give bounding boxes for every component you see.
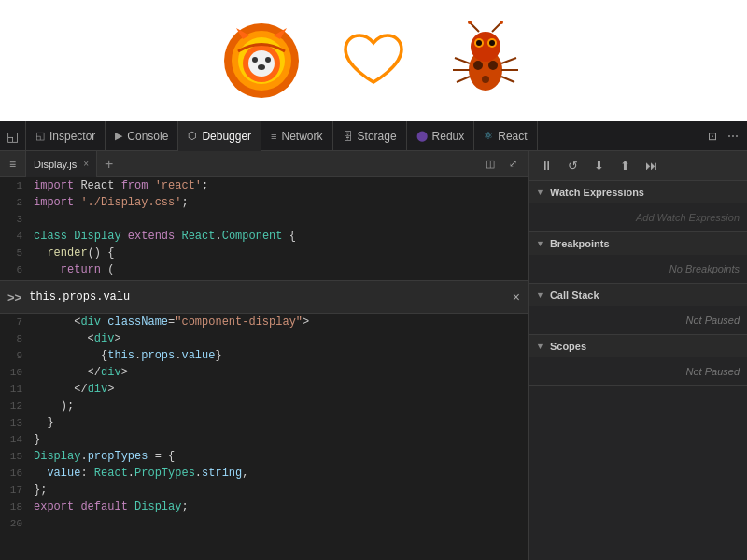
svg-point-22 — [468, 21, 472, 24]
breakpoints-arrow-icon: ▼ — [536, 239, 544, 248]
code-line-3: 3 — [0, 211, 528, 228]
step-out-button[interactable]: ⬆ — [614, 156, 635, 176]
code-line-5: 5 render() { — [0, 245, 528, 261]
right-panel: ⏸ ↺ ⬇ ⬆ ⏭ ▼ Watch Expressions Add Watch … — [529, 151, 747, 560]
sidebar-toggle-icon[interactable]: ≡ — [0, 151, 26, 177]
code-line-14: 14 } — [0, 431, 528, 448]
tab-network[interactable]: ≡ Network — [261, 121, 332, 151]
code-line-6: 6 return ( — [0, 261, 528, 278]
call-stack-label: Call Stack — [550, 289, 599, 301]
file-name: Display.js — [34, 159, 77, 170]
tab-console[interactable]: ▶ Console — [106, 121, 178, 151]
svg-line-29 — [501, 77, 514, 82]
scopes-body: Not Paused — [529, 357, 747, 385]
tab-redux[interactable]: ⬤ Redux — [407, 121, 475, 151]
code-line-4: 4 class Display extends React.Component … — [0, 228, 528, 245]
watch-expressions-header[interactable]: ▼ Watch Expressions — [529, 181, 747, 203]
code-line-18: 18 export default Display; — [0, 498, 528, 515]
bug-icon — [444, 19, 528, 103]
svg-point-23 — [500, 21, 503, 24]
code-line-17: 17 }; — [0, 482, 528, 498]
toolbar-right: ⊡ ⋯ — [698, 126, 747, 147]
watch-expressions-body: Add Watch Expression — [529, 203, 747, 231]
code-line-16: 16 value: React.PropTypes.string, — [0, 465, 528, 482]
breakpoints-body: No Breakpoints — [529, 255, 747, 283]
main-content: ≡ Display.js × + ◫ ⤢ 1 import React from… — [0, 151, 747, 560]
call-stack-placeholder: Not Paused — [686, 315, 740, 326]
eval-bar[interactable]: >> × — [0, 280, 528, 314]
scopes-placeholder: Not Paused — [686, 366, 740, 377]
watch-expressions-section: ▼ Watch Expressions Add Watch Expression — [529, 181, 747, 232]
no-breakpoints-text: No Breakpoints — [669, 263, 740, 274]
breakpoints-header[interactable]: ▼ Breakpoints — [529, 232, 747, 255]
react-icon: ⚛ — [484, 130, 493, 142]
code-line-8: 8 <div> — [0, 330, 528, 347]
call-stack-section: ▼ Call Stack Not Paused — [529, 284, 747, 335]
firefox-icon — [219, 19, 303, 103]
debugger-icon: ⬡ — [188, 130, 197, 142]
redux-icon: ⬤ — [416, 130, 428, 142]
svg-point-12 — [471, 32, 500, 62]
watch-expressions-label: Watch Expressions — [550, 187, 644, 198]
svg-line-24 — [455, 58, 470, 63]
watch-placeholder: Add Watch Expression — [636, 212, 740, 223]
svg-line-26 — [457, 77, 470, 82]
inspector-icon: ◱ — [35, 130, 45, 142]
code-editor-top[interactable]: 1 import React from 'react'; 2 import '.… — [0, 177, 528, 280]
scopes-section: ▼ Scopes Not Paused — [529, 335, 747, 386]
svg-point-14 — [488, 61, 498, 70]
toolbar-tabs: ◱ ◱ Inspector ▶ Console ⬡ Debugger ≡ Net… — [0, 121, 698, 151]
code-line-11: 11 </div> — [0, 381, 528, 398]
add-file-tab-button[interactable]: + — [97, 151, 120, 177]
storage-icon: 🗄 — [343, 131, 353, 142]
svg-point-18 — [476, 40, 482, 46]
svg-point-4 — [248, 50, 275, 77]
svg-line-20 — [470, 22, 479, 32]
step-over-button[interactable]: ↺ — [562, 156, 583, 176]
tab-inspector[interactable]: ◱ Inspector — [26, 121, 106, 151]
svg-line-21 — [492, 22, 501, 32]
code-panel: ≡ Display.js × + ◫ ⤢ 1 import React from… — [0, 151, 529, 560]
tab-storage[interactable]: 🗄 Storage — [333, 121, 407, 151]
code-line-15: 15 Display.propTypes = { — [0, 448, 528, 465]
devtools: ◱ ◱ Inspector ▶ Console ⬡ Debugger ≡ Net… — [0, 121, 747, 560]
pause-button[interactable]: ⏸ — [536, 156, 557, 176]
call-stack-body: Not Paused — [529, 306, 747, 334]
svg-point-19 — [489, 40, 495, 46]
code-line-13: 13 } — [0, 414, 528, 431]
scopes-header[interactable]: ▼ Scopes — [529, 335, 747, 357]
tab-debugger[interactable]: ⬡ Debugger — [178, 121, 261, 151]
console-icon: ▶ — [115, 130, 122, 142]
breakpoints-section: ▼ Breakpoints No Breakpoints — [529, 232, 747, 284]
responsive-button[interactable]: ⊡ — [702, 126, 723, 147]
breakpoints-label: Breakpoints — [550, 238, 610, 249]
code-line-10: 10 </div> — [0, 364, 528, 381]
expand-button[interactable]: ⤢ — [503, 155, 522, 174]
code-line-12: 12 ); — [0, 398, 528, 414]
code-line-1: 1 import React from 'react'; — [0, 177, 528, 194]
svg-line-27 — [501, 58, 516, 63]
heart-icon — [341, 31, 406, 91]
watch-arrow-icon: ▼ — [536, 188, 544, 197]
overflow-button[interactable]: ⋯ — [723, 126, 743, 147]
tab-react[interactable]: ⚛ React — [474, 121, 537, 151]
eval-prompt: >> — [7, 290, 21, 304]
call-stack-header[interactable]: ▼ Call Stack — [529, 284, 747, 306]
collapse-button[interactable]: ◫ — [481, 155, 500, 174]
eval-input[interactable] — [29, 290, 513, 303]
toolbar: ◱ ◱ Inspector ▶ Console ⬡ Debugger ≡ Net… — [0, 121, 747, 151]
code-line-9: 9 {this.props.value} — [0, 347, 528, 364]
debug-toolbar: ⏸ ↺ ⬇ ⬆ ⏭ — [529, 151, 747, 181]
file-close-button[interactable]: × — [83, 159, 89, 169]
top-banner — [0, 0, 747, 121]
step-next-button[interactable]: ⏭ — [641, 156, 661, 176]
svg-point-15 — [482, 76, 489, 83]
code-line-2: 2 import './Display.css'; — [0, 194, 528, 211]
code-line-7: 7 <div className="component-display"> — [0, 314, 528, 330]
step-in-button[interactable]: ⬇ — [588, 156, 609, 176]
code-editor-bottom[interactable]: 7 <div className="component-display"> 8 … — [0, 314, 528, 560]
file-actions: ◫ ⤢ — [475, 155, 528, 174]
svg-point-13 — [473, 61, 483, 70]
file-tab-display[interactable]: Display.js × — [26, 151, 97, 177]
eval-close-button[interactable]: × — [513, 289, 520, 304]
